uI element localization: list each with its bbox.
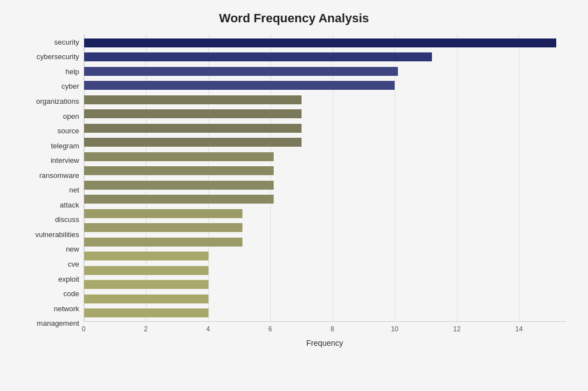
bar-row bbox=[84, 79, 566, 93]
x-axis-labels: 02468101214 bbox=[84, 325, 566, 336]
bar-row bbox=[84, 292, 566, 306]
y-axis-label: management bbox=[37, 320, 79, 327]
bar bbox=[84, 295, 208, 303]
y-axis-label: cve bbox=[68, 260, 79, 268]
bar-row bbox=[84, 206, 566, 221]
y-axis-label: code bbox=[64, 290, 79, 297]
y-axis-label: open bbox=[63, 113, 79, 120]
bar bbox=[84, 223, 242, 232]
y-axis-label: cybersecurity bbox=[36, 53, 79, 60]
y-axis-label: attack bbox=[60, 201, 79, 209]
chart-title: Word Frequency Analysis bbox=[22, 11, 566, 26]
y-axis-label: ransomware bbox=[39, 172, 79, 179]
bar bbox=[84, 252, 208, 260]
x-tick-label: 10 bbox=[391, 325, 398, 333]
y-axis-label: cyber bbox=[61, 83, 79, 90]
bar-row bbox=[84, 178, 566, 192]
bar bbox=[84, 109, 302, 118]
bar bbox=[84, 166, 274, 175]
x-axis-title: Frequency bbox=[84, 339, 566, 347]
y-axis-label: net bbox=[69, 186, 79, 194]
bar-row bbox=[84, 64, 566, 79]
bar bbox=[84, 52, 432, 61]
x-tick-label: 12 bbox=[453, 325, 460, 333]
bars-container bbox=[84, 35, 566, 321]
bar bbox=[84, 81, 395, 90]
y-axis-label: interview bbox=[51, 157, 79, 164]
bar bbox=[84, 67, 398, 76]
x-tick-label: 0 bbox=[82, 325, 86, 333]
bar-row bbox=[84, 93, 566, 107]
y-axis-label: security bbox=[54, 38, 79, 46]
bar bbox=[84, 195, 274, 204]
bar-row bbox=[84, 235, 566, 249]
bar-row bbox=[84, 221, 566, 235]
bar bbox=[84, 124, 302, 133]
y-axis: securitycybersecurityhelpcyberorganizati… bbox=[22, 35, 84, 347]
bar-row bbox=[84, 36, 566, 50]
bar bbox=[84, 238, 242, 247]
chart-container: Word Frequency Analysis securitycybersec… bbox=[0, 0, 588, 391]
bar bbox=[84, 38, 556, 47]
bar bbox=[84, 152, 274, 161]
bar bbox=[84, 308, 208, 317]
chart-area: securitycybersecurityhelpcyberorganizati… bbox=[22, 35, 566, 347]
bar bbox=[84, 95, 302, 104]
bar bbox=[84, 138, 302, 147]
x-tick-label: 8 bbox=[331, 325, 334, 333]
x-tick-label: 14 bbox=[516, 325, 523, 333]
bar-row bbox=[84, 249, 566, 264]
bar-row bbox=[84, 136, 566, 150]
y-axis-label: vulnerabilities bbox=[35, 231, 79, 238]
y-axis-label: network bbox=[54, 305, 79, 312]
bar-row bbox=[84, 121, 566, 136]
y-axis-label: discuss bbox=[55, 216, 79, 223]
bar bbox=[84, 209, 242, 218]
y-axis-label: exploit bbox=[58, 276, 79, 283]
bar-row bbox=[84, 192, 566, 207]
grid-and-bars bbox=[84, 35, 566, 322]
bar bbox=[84, 280, 208, 289]
bar bbox=[84, 181, 274, 190]
y-axis-label: help bbox=[65, 68, 79, 75]
x-tick-label: 2 bbox=[144, 325, 148, 333]
x-tick-label: 4 bbox=[206, 325, 210, 333]
bar bbox=[84, 266, 208, 275]
plot-area: 02468101214 Frequency bbox=[84, 35, 566, 347]
y-axis-label: organizations bbox=[36, 98, 79, 105]
bar-row bbox=[84, 107, 566, 122]
bar-row bbox=[84, 263, 566, 278]
x-tick-label: 6 bbox=[268, 325, 272, 333]
bar-row bbox=[84, 306, 566, 321]
y-axis-label: source bbox=[57, 127, 79, 134]
bar-row bbox=[84, 149, 566, 164]
bar-row bbox=[84, 50, 566, 65]
y-axis-label: new bbox=[66, 245, 79, 253]
y-axis-label: telegram bbox=[51, 142, 79, 149]
bar-row bbox=[84, 164, 566, 178]
bar-row bbox=[84, 278, 566, 292]
